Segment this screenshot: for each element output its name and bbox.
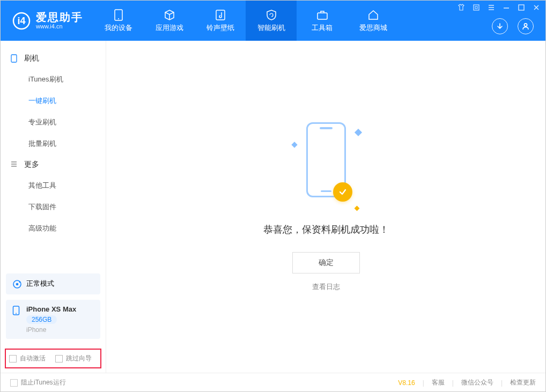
screenshot-icon[interactable] bbox=[473, 4, 480, 13]
footer-link-wechat[interactable]: 微信公众号 bbox=[461, 378, 493, 387]
mode-card[interactable]: 正常模式 bbox=[6, 273, 100, 294]
music-icon bbox=[215, 9, 226, 21]
sparkle-icon bbox=[291, 142, 297, 147]
check-circle-icon bbox=[333, 182, 352, 202]
svg-point-13 bbox=[19, 282, 21, 283]
sidebar-item-onekey-flash[interactable]: 一键刷机 bbox=[1, 90, 106, 112]
maximize-button[interactable] bbox=[518, 4, 525, 13]
success-illustration bbox=[297, 122, 356, 213]
tab-ringtone[interactable]: 铃声壁纸 bbox=[195, 1, 246, 41]
mode-label: 正常模式 bbox=[26, 279, 54, 289]
app-header: i4 爱思助手 www.i4.cn 我的设备 应用游戏 铃声壁纸 智能刷机 工具… bbox=[1, 1, 545, 41]
status-bar: 阻止iTunes运行 V8.16 | 客服 | 微信公众号 | 检查更新 bbox=[1, 373, 545, 392]
checkbox-auto-activate[interactable]: 自动激活 bbox=[9, 354, 46, 363]
sidebar-group-label: 更多 bbox=[24, 160, 39, 169]
sidebar-item-batch-flash[interactable]: 批量刷机 bbox=[1, 133, 106, 154]
svg-rect-7 bbox=[474, 5, 479, 10]
version-label: V8.16 bbox=[398, 379, 415, 387]
app-name: 爱思助手 bbox=[36, 11, 83, 23]
checkbox-icon bbox=[10, 379, 18, 387]
tab-label: 爱思商城 bbox=[359, 23, 387, 33]
checkbox-icon bbox=[9, 355, 17, 363]
sidebar-item-other-tools[interactable]: 其他工具 bbox=[1, 175, 106, 196]
footer-link-update[interactable]: 检查更新 bbox=[510, 378, 536, 387]
svg-rect-4 bbox=[216, 10, 225, 20]
svg-text:i4: i4 bbox=[17, 16, 25, 26]
checkbox-label: 自动激活 bbox=[20, 354, 46, 363]
sidebar-item-itunes-flash[interactable]: iTunes刷机 bbox=[1, 69, 106, 90]
home-icon bbox=[367, 9, 379, 21]
svg-rect-5 bbox=[318, 13, 327, 19]
view-log-link[interactable]: 查看日志 bbox=[312, 282, 340, 292]
svg-point-12 bbox=[16, 283, 19, 286]
checkbox-label: 跳过向导 bbox=[66, 354, 92, 363]
checkbox-block-itunes[interactable]: 阻止iTunes运行 bbox=[10, 378, 66, 387]
tab-device[interactable]: 我的设备 bbox=[93, 1, 144, 41]
toolbox-icon bbox=[316, 9, 328, 21]
download-button[interactable] bbox=[492, 18, 508, 34]
cube-icon bbox=[164, 9, 175, 21]
highlighted-checkbox-row: 自动激活 跳过向导 bbox=[5, 349, 101, 368]
sparkle-icon bbox=[354, 128, 361, 136]
checkbox-icon bbox=[55, 355, 63, 363]
sidebar-group-flash: 刷机 bbox=[1, 48, 106, 69]
device-name: iPhone XS Max bbox=[26, 305, 76, 313]
logo-block: i4 爱思助手 www.i4.cn bbox=[1, 11, 93, 29]
tab-apps[interactable]: 应用游戏 bbox=[144, 1, 195, 41]
tab-label: 工具箱 bbox=[312, 23, 333, 33]
svg-point-6 bbox=[524, 24, 527, 26]
tab-flash[interactable]: 智能刷机 bbox=[246, 1, 297, 41]
menu-small-icon bbox=[10, 160, 19, 169]
sidebar: 刷机 iTunes刷机 一键刷机 专业刷机 批量刷机 更多 其他工具 下载固件 … bbox=[1, 41, 106, 373]
tab-label: 我的设备 bbox=[105, 23, 132, 33]
device-card[interactable]: iPhone XS Max 256GB iPhone bbox=[6, 300, 100, 339]
tab-label: 智能刷机 bbox=[257, 23, 285, 33]
menu-icon[interactable] bbox=[488, 4, 495, 13]
main-content: 恭喜您，保资料刷机成功啦！ 确定 查看日志 bbox=[106, 41, 545, 373]
success-message: 恭喜您，保资料刷机成功啦！ bbox=[263, 223, 389, 236]
svg-point-15 bbox=[16, 313, 17, 314]
tab-toolbox[interactable]: 工具箱 bbox=[297, 1, 348, 41]
top-tabs: 我的设备 应用游戏 铃声壁纸 智能刷机 工具箱 爱思商城 bbox=[93, 1, 399, 41]
sidebar-group-label: 刷机 bbox=[24, 54, 39, 63]
checkbox-skip-guide[interactable]: 跳过向导 bbox=[55, 354, 92, 363]
sidebar-group-more: 更多 bbox=[1, 154, 106, 175]
phone-icon bbox=[113, 9, 124, 21]
window-controls bbox=[458, 4, 540, 13]
sparkle-icon bbox=[354, 205, 359, 211]
shirt-icon[interactable] bbox=[458, 4, 465, 13]
svg-rect-9 bbox=[519, 5, 524, 10]
sidebar-item-download-fw[interactable]: 下载固件 bbox=[1, 196, 106, 218]
shield-sync-icon bbox=[265, 9, 277, 21]
svg-rect-8 bbox=[475, 6, 477, 9]
device-capacity: 256GB bbox=[26, 315, 57, 324]
app-url: www.i4.cn bbox=[36, 23, 83, 29]
device-icon bbox=[12, 306, 22, 315]
footer-link-support[interactable]: 客服 bbox=[432, 378, 445, 387]
logo-icon: i4 bbox=[12, 12, 31, 30]
phone-small-icon bbox=[10, 54, 19, 63]
checkbox-label: 阻止iTunes运行 bbox=[21, 378, 66, 387]
tab-store[interactable]: 爱思商城 bbox=[348, 1, 399, 41]
device-type: iPhone bbox=[26, 326, 76, 334]
tab-label: 应用游戏 bbox=[156, 23, 183, 33]
account-button[interactable] bbox=[518, 18, 534, 34]
svg-point-3 bbox=[118, 18, 119, 19]
header-right-icons bbox=[492, 18, 534, 34]
sidebar-item-advanced[interactable]: 高级功能 bbox=[1, 218, 106, 239]
tab-label: 铃声壁纸 bbox=[206, 23, 234, 33]
minimize-button[interactable] bbox=[503, 4, 510, 13]
close-button[interactable] bbox=[533, 4, 540, 13]
mode-icon bbox=[12, 279, 22, 289]
svg-rect-10 bbox=[11, 55, 17, 62]
sidebar-item-pro-flash[interactable]: 专业刷机 bbox=[1, 112, 106, 133]
ok-button[interactable]: 确定 bbox=[292, 252, 360, 273]
